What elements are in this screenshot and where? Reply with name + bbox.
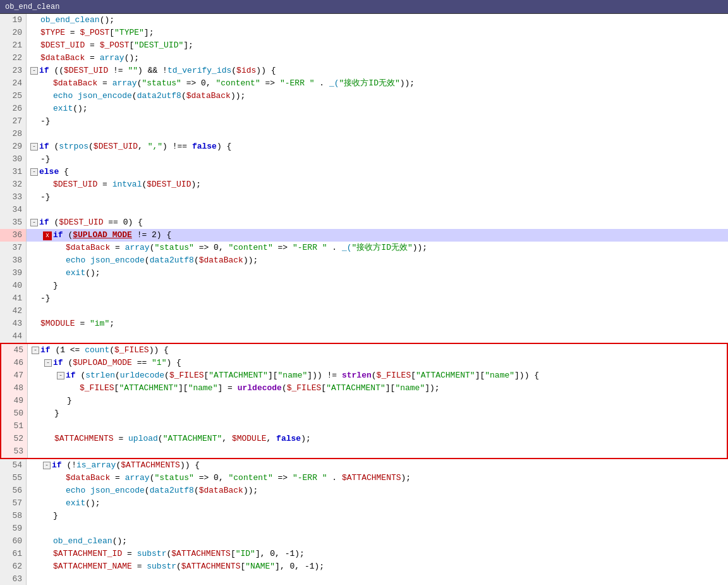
line-row: 30-} — [0, 153, 728, 166]
line-content: -if ($DEST_UID == 0) { — [27, 216, 728, 229]
line-content: -if (strlen(urldecode($_FILES["ATTACHMEN… — [28, 369, 727, 382]
line-number: 42 — [0, 305, 27, 317]
line-content — [27, 573, 728, 585]
code-area: 19ob_end_clean(); 20$TYPE = $_POST["TYPE… — [0, 14, 728, 585]
line-content: -if (!is_array($ATTACHMENTS)) { — [27, 459, 728, 472]
line-row: 22$dataBack = array(); — [0, 52, 728, 65]
line-row: 57exit(); — [0, 497, 728, 510]
line-content: $ATTACHMENTS = upload("ATTACHMENT", $MOD… — [28, 433, 727, 445]
line-content — [27, 204, 728, 216]
line-number: 61 — [0, 548, 27, 560]
line-row: 43$MODULE = "im"; — [0, 317, 728, 330]
line-row: 38echo json_encode(data2utf8($dataBack))… — [0, 254, 728, 267]
line-row: 52$ATTACHMENTS = upload("ATTACHMENT", $M… — [1, 433, 727, 445]
line-row: 19ob_end_clean(); — [0, 14, 728, 27]
line-content: $dataBack = array("status" => 0, "conten… — [27, 472, 728, 484]
line-number: 46 — [1, 357, 28, 369]
line-row: 59 — [0, 522, 728, 535]
line-content: xif ($UPLOAD_MODE != 2) { — [27, 229, 728, 242]
line-row: 63 — [0, 573, 728, 585]
line-number: 63 — [0, 573, 27, 585]
line-row: 60ob_end_clean(); — [0, 535, 728, 548]
line-row: 20$TYPE = $_POST["TYPE"]; — [0, 27, 728, 39]
line-number: 32 — [0, 178, 27, 191]
line-content: -if (strpos($DEST_UID, ",") !== false) { — [27, 140, 728, 153]
line-number: 28 — [0, 128, 27, 140]
line-content: } — [28, 395, 727, 407]
line-number: 48 — [1, 382, 28, 395]
line-row: 58} — [0, 510, 728, 522]
line-row: 23-if (($DEST_UID != "") && !td_verify_i… — [0, 65, 728, 77]
line-content: -if (1 <= count($_FILES)) { — [28, 344, 727, 357]
line-number: 57 — [0, 497, 27, 510]
line-content — [28, 445, 727, 458]
line-row: 44 — [0, 330, 728, 343]
line-row: 39exit(); — [0, 267, 728, 280]
line-row: 56echo json_encode(data2utf8($dataBack))… — [0, 484, 728, 497]
line-number: 51 — [1, 420, 28, 433]
line-row: 51 — [1, 420, 727, 433]
line-content — [27, 128, 728, 140]
line-number: 35 — [0, 216, 27, 229]
line-number: 22 — [0, 52, 27, 65]
line-content: $ATTACHMENT_NAME = substr($ATTACHMENTS["… — [27, 560, 728, 573]
line-content: -} — [27, 115, 728, 128]
line-number: 26 — [0, 102, 27, 115]
line-number: 38 — [0, 254, 27, 267]
line-content — [27, 522, 728, 535]
line-number: 30 — [0, 153, 27, 166]
line-number: 50 — [1, 407, 28, 420]
line-number: 52 — [1, 433, 28, 445]
line-row: 32$DEST_UID = intval($DEST_UID); — [0, 178, 728, 191]
line-row: 25echo json_encode(data2utf8($dataBack))… — [0, 90, 728, 102]
line-content: exit(); — [27, 267, 728, 280]
line-row: 24$dataBack = array("status" => 0, "cont… — [0, 77, 728, 90]
line-number: 59 — [0, 522, 27, 535]
line-number: 37 — [0, 242, 27, 254]
line-number: 31 — [0, 166, 27, 178]
line-number: 47 — [1, 369, 28, 382]
line-number: 55 — [0, 472, 27, 484]
line-number: 54 — [0, 459, 27, 472]
line-content — [27, 330, 728, 343]
line-number: 53 — [1, 445, 28, 458]
line-number: 27 — [0, 115, 27, 128]
line-content: ob_end_clean(); — [27, 14, 728, 27]
line-content: $dataBack = array("status" => 0, "conten… — [27, 77, 728, 90]
line-number: 19 — [0, 14, 27, 27]
line-row: 47-if (strlen(urldecode($_FILES["ATTACHM… — [1, 369, 727, 382]
line-content: echo json_encode(data2utf8($dataBack)); — [27, 254, 728, 267]
line-row: 54-if (!is_array($ATTACHMENTS)) { — [0, 459, 728, 472]
line-row: 55$dataBack = array("status" => 0, "cont… — [0, 472, 728, 484]
line-content: ob_end_clean(); — [27, 535, 728, 548]
line-number: 56 — [0, 484, 27, 497]
line-number: 36 — [0, 229, 27, 242]
line-content: exit(); — [27, 102, 728, 115]
red-border-block: 45-if (1 <= count($_FILES)) {46-if ($UPL… — [0, 343, 728, 459]
line-row: 41-} — [0, 292, 728, 305]
line-row: 34 — [0, 204, 728, 216]
line-number: 21 — [0, 39, 27, 52]
line-number: 49 — [1, 395, 28, 407]
line-number: 62 — [0, 560, 27, 573]
line-content: -} — [27, 153, 728, 166]
line-row: 26exit(); — [0, 102, 728, 115]
line-number: 23 — [0, 65, 27, 77]
line-row: 48$_FILES["ATTACHMENT"]["name"] = urldec… — [1, 382, 727, 395]
line-number: 24 — [0, 77, 27, 90]
line-content: exit(); — [27, 497, 728, 510]
line-row: 28 — [0, 128, 728, 140]
line-row: 27-} — [0, 115, 728, 128]
line-content: $DEST_UID = intval($DEST_UID); — [27, 178, 728, 191]
line-row: 61$ATTACHMENT_ID = substr($ATTACHMENTS["… — [0, 548, 728, 560]
line-number: 60 — [0, 535, 27, 548]
line-content: $dataBack = array(); — [27, 52, 728, 65]
code-editor: ob_end_clean 19ob_end_clean(); 20$TYPE =… — [0, 0, 728, 585]
line-row: 36xif ($UPLOAD_MODE != 2) { — [0, 229, 728, 242]
line-row: 62$ATTACHMENT_NAME = substr($ATTACHMENTS… — [0, 560, 728, 573]
line-content: $_FILES["ATTACHMENT"]["name"] = urldecod… — [28, 382, 727, 395]
line-number: 33 — [0, 191, 27, 204]
tab-title: ob_end_clean — [5, 3, 59, 11]
line-number: 40 — [0, 280, 27, 292]
line-row: 45-if (1 <= count($_FILES)) { — [1, 344, 727, 357]
